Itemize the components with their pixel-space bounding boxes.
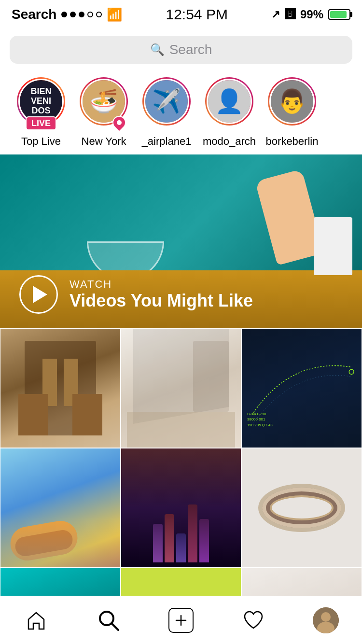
add-icon — [168, 608, 194, 633]
avatar-modo: 👤 — [208, 80, 251, 123]
story-label-new-york: New York — [75, 135, 133, 148]
watch-section[interactable]: WATCH Videos You Might Like — [0, 154, 362, 328]
search-bar[interactable]: 🔍 Search — [10, 36, 352, 64]
status-bar: Search 📶 12:54 PM ↗ 🅱 99% — [0, 0, 362, 29]
play-button[interactable] — [19, 275, 58, 314]
status-time: 12:54 PM — [166, 6, 227, 23]
story-item-modo-arch[interactable]: 👤 modo_arch — [198, 77, 261, 148]
watch-title: Videos You Might Like — [70, 291, 253, 311]
story-item-airplane1[interactable]: ✈️ _airplane1 — [135, 77, 198, 148]
svg-point-9 — [321, 612, 331, 622]
search-icon: 🔍 — [150, 43, 165, 56]
back-label[interactable]: Search — [12, 7, 56, 22]
signal-dot-3 — [79, 12, 84, 17]
story-label-borkeberlin: borkeberlin — [263, 135, 321, 148]
signal-dot-1 — [61, 12, 67, 17]
nav-add[interactable] — [162, 601, 200, 640]
story-item-borkeberlin[interactable]: 👨 borkeberlin — [261, 77, 323, 148]
signal-dot-4 — [87, 12, 93, 17]
status-left: Search 📶 — [12, 7, 122, 22]
profile-avatar — [313, 607, 339, 633]
story-avatar-ring-new-york: 🍜 — [80, 77, 128, 126]
story-label-airplane1: _airplane1 — [138, 135, 195, 148]
svg-point-0 — [349, 369, 354, 374]
battery-fill — [330, 11, 347, 18]
grid-cell-building[interactable] — [0, 328, 121, 448]
grid-row-1: B764 B798 38000 001 190 285 QT 43 — [0, 328, 362, 448]
watch-text: WATCH Videos You Might Like — [70, 278, 253, 311]
search-placeholder: Search — [169, 42, 212, 57]
bluetooth-icon: 🅱 — [285, 8, 295, 21]
story-avatar-ring-top-live: BIEN VENI DOS LIVE — [17, 77, 65, 126]
battery-percent: 99% — [300, 8, 323, 21]
towel — [314, 217, 352, 275]
flight-path-svg: B764 B798 38000 001 190 285 QT 43 — [242, 329, 362, 448]
avatar-borke: 👨 — [271, 80, 313, 123]
grid-cell-hotdog[interactable] — [0, 448, 121, 568]
nav-likes[interactable] — [234, 601, 273, 640]
story-avatar-ring-airplane1: ✈️ — [142, 77, 191, 126]
profile-avatar-img — [313, 607, 339, 633]
story-avatar-inner-borkeberlin: 👨 — [269, 79, 315, 124]
grid-cell-oval[interactable] — [241, 448, 362, 568]
status-right: ↗ 🅱 99% — [271, 8, 350, 21]
bottom-nav — [0, 596, 362, 644]
signal-dot-5 — [96, 12, 102, 17]
story-item-top-live[interactable]: BIEN VENI DOS LIVE Top Live — [10, 77, 72, 148]
story-avatar-inner-airplane1: ✈️ — [144, 79, 189, 124]
watch-label: WATCH — [70, 278, 253, 291]
svg-text:B764 B798: B764 B798 — [247, 412, 266, 416]
nav-profile[interactable] — [306, 601, 345, 640]
home-icon — [26, 610, 47, 631]
story-avatar-ring-modo-arch: 👤 — [205, 77, 253, 126]
grid-cell-fantasy[interactable] — [121, 448, 241, 568]
story-item-new-york[interactable]: 🍜 New York — [72, 77, 135, 148]
grid-cell-stairs[interactable] — [121, 328, 241, 448]
signal-dots — [61, 12, 102, 17]
stories-row: BIEN VENI DOS LIVE Top Live 🍜 New York ✈… — [0, 70, 362, 154]
watch-overlay: WATCH Videos You Might Like — [19, 275, 253, 314]
wifi-icon: 📶 — [107, 7, 122, 22]
nav-home[interactable] — [17, 601, 56, 640]
battery-icon — [328, 9, 350, 20]
story-avatar-ring-borkeberlin: 👨 — [268, 77, 316, 126]
search-nav-icon — [97, 609, 120, 632]
grid-row-2 — [0, 448, 362, 568]
live-badge: LIVE — [26, 116, 56, 130]
grid-cell-flightmap[interactable]: B764 B798 38000 001 190 285 QT 43 — [241, 328, 362, 448]
story-label-modo-arch: modo_arch — [200, 135, 258, 148]
search-bar-wrapper: 🔍 Search — [0, 29, 362, 70]
story-avatar-inner-modo-arch: 👤 — [207, 79, 252, 124]
plus-icon — [174, 614, 188, 627]
play-icon — [33, 286, 47, 303]
story-label-top-live: Top Live — [12, 135, 70, 148]
svg-text:190 285 QT 43: 190 285 QT 43 — [247, 423, 273, 427]
svg-text:38000 001: 38000 001 — [247, 417, 265, 421]
location-icon: ↗ — [271, 8, 280, 21]
heart-icon — [243, 610, 264, 631]
svg-line-5 — [111, 623, 118, 630]
nav-search[interactable] — [89, 601, 128, 640]
avatar-airplane: ✈️ — [145, 80, 188, 123]
signal-dot-2 — [70, 12, 76, 17]
